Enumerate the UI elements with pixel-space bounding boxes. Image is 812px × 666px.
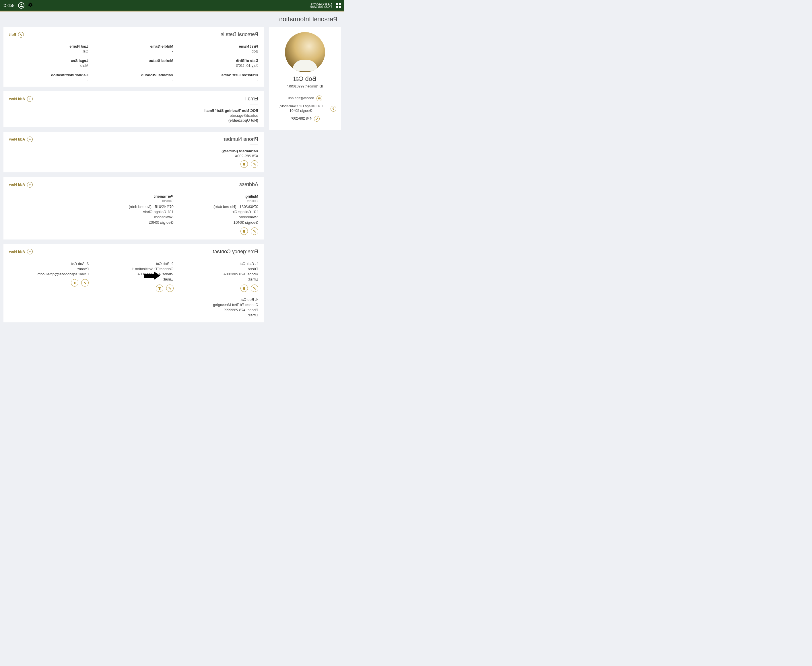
phone-type-label: Permanent (Primary) bbox=[9, 149, 258, 153]
personal-details-title: Personal Details bbox=[221, 31, 258, 38]
edit-ec-1-button[interactable] bbox=[166, 285, 173, 292]
profile-icon[interactable] bbox=[18, 2, 25, 8]
ec-name-3: 4. Bob Cat bbox=[179, 297, 258, 302]
middle-name-value: - bbox=[94, 49, 173, 53]
address-card: Address Add New Mailing Current 07/03/20… bbox=[3, 177, 264, 239]
address-type-0: Mailing bbox=[179, 194, 258, 198]
dob-label: Date of Birth bbox=[179, 59, 258, 63]
marital-value: - bbox=[94, 63, 173, 68]
address-title: Address bbox=[239, 181, 258, 188]
delete-address-0-button[interactable] bbox=[241, 227, 248, 235]
sidebar-id-number: ID Number: 999010997 bbox=[274, 84, 336, 88]
plus-icon bbox=[27, 182, 33, 188]
first-name-value: Bob bbox=[179, 49, 258, 53]
location-icon bbox=[330, 106, 336, 112]
phone-title: Phone Number bbox=[223, 136, 258, 142]
ec-email-1: Email: bbox=[94, 277, 173, 282]
svg-marker-0 bbox=[144, 271, 160, 280]
address-type-1: Permanent bbox=[94, 194, 173, 198]
page-title: Personal Information bbox=[0, 12, 344, 27]
add-emergency-button[interactable]: Add New bbox=[9, 249, 33, 254]
address-status-0: Current bbox=[179, 199, 258, 203]
ec-phone-0: Phone: 478 2892004 bbox=[179, 272, 258, 277]
address-l1-1: 131 College Circle bbox=[94, 209, 173, 214]
ec-email-2: Email: egscbobcat@gmail.com bbox=[9, 272, 89, 277]
mail-icon bbox=[317, 96, 322, 101]
gender-id-label: Gender Identification bbox=[9, 73, 88, 77]
delete-ec-0-button[interactable] bbox=[241, 285, 248, 292]
plus-icon bbox=[27, 137, 33, 142]
phone-value: 478 289-2004 bbox=[9, 154, 258, 158]
pref-first-value: - bbox=[179, 78, 258, 82]
first-name-label: First Name bbox=[179, 44, 258, 48]
ec-email-3: Email: bbox=[179, 313, 258, 318]
delete-ec-1-button[interactable] bbox=[156, 285, 163, 292]
phone-card: Phone Number Add New Permanent (Primary)… bbox=[3, 132, 264, 172]
address-l3-0: Georgia 30401 bbox=[179, 220, 258, 225]
marital-label: Marital Status bbox=[94, 59, 173, 63]
email-note: (Not Updateable) bbox=[9, 118, 258, 122]
plus-icon bbox=[27, 249, 33, 254]
last-name-label: Last Name bbox=[9, 44, 88, 48]
address-range-1: 07/14/2015 - (No end date) bbox=[94, 204, 173, 209]
top-user-name: Bob C bbox=[3, 3, 15, 8]
sidebar-phone-row: 478 289-2004 bbox=[274, 116, 336, 122]
delete-phone-button[interactable] bbox=[241, 160, 248, 168]
plus-icon bbox=[27, 96, 33, 102]
ec-phone-2: Phone: bbox=[9, 267, 89, 272]
college-logo: East Georgia STATE COLLEGE bbox=[310, 2, 332, 8]
edit-address-0-button[interactable] bbox=[251, 227, 258, 235]
ec-name-0: 1. Clair Cat bbox=[179, 261, 258, 267]
emergency-card: Emergency Contact Add New 1. Clair Cat F… bbox=[3, 244, 264, 323]
last-name-value: Cat bbox=[9, 49, 88, 53]
edit-ec-0-button[interactable] bbox=[251, 285, 258, 292]
sidebar-name: Bob Cat bbox=[274, 75, 336, 82]
dob-value: July 10, 1973 bbox=[179, 63, 258, 68]
email-title: Email bbox=[245, 96, 258, 102]
ec-rel-1: ConnectED Notification 1 bbox=[94, 267, 173, 272]
legal-sex-value: Male bbox=[9, 63, 88, 68]
ec-email-0: Email: bbox=[179, 277, 258, 282]
sidebar-address-row: 131 College Cir, Swainsboro, Georgia 304… bbox=[274, 104, 336, 113]
phone-icon bbox=[314, 116, 320, 122]
pronoun-label: Personal Pronoun bbox=[94, 73, 173, 77]
add-email-button[interactable]: Add New bbox=[9, 96, 33, 102]
ec-name-2: 3. Bob Cat bbox=[9, 261, 89, 267]
address-l3-1: Georgia 30401 bbox=[94, 220, 173, 225]
legal-sex-label: Legal Sex bbox=[9, 59, 88, 63]
gear-icon[interactable] bbox=[28, 2, 33, 8]
pref-first-label: Preferred First Name bbox=[179, 73, 258, 77]
avatar bbox=[285, 32, 325, 72]
pronoun-value: - bbox=[94, 78, 173, 82]
personal-details-card: Personal Details Edit First NameBob Midd… bbox=[3, 27, 264, 87]
address-l2-1: Swainsboro bbox=[94, 214, 173, 220]
gender-id-value: - bbox=[9, 78, 88, 82]
emergency-title: Emergency Contact bbox=[213, 249, 258, 255]
address-status-1: Current bbox=[94, 199, 173, 203]
arrow-marker-icon bbox=[144, 271, 160, 281]
ec-rel-0: Friend bbox=[179, 267, 258, 272]
middle-name-label: Middle Name bbox=[94, 44, 173, 48]
ec-rel-3: ConnectEd Text Messaging bbox=[179, 302, 258, 307]
profile-sidebar: Bob Cat ID Number: 999010997 bobcat@ega.… bbox=[269, 27, 341, 130]
email-value: bobcat@ega.edu bbox=[9, 113, 258, 118]
email-card: Email Add New EGC Non Teaching Staff Ema… bbox=[3, 91, 264, 127]
ec-phone-1: Phone: 478 289-2004 bbox=[94, 272, 173, 277]
edit-phone-button[interactable] bbox=[251, 160, 258, 168]
address-range-0: 07/03/2021 - (No end date) bbox=[179, 204, 258, 209]
edit-button[interactable]: Edit bbox=[9, 32, 24, 38]
edit-ec-2-button[interactable] bbox=[81, 279, 89, 287]
delete-ec-2-button[interactable] bbox=[71, 279, 78, 287]
top-bar: East Georgia STATE COLLEGE Bob C bbox=[0, 0, 344, 12]
address-l1-0: 131 College Cir bbox=[179, 209, 258, 214]
email-type-label: EGC Non Teaching Staff Email bbox=[9, 109, 258, 113]
add-phone-button[interactable]: Add New bbox=[9, 137, 33, 142]
ec-phone-3: Phone: 478 2999999 bbox=[179, 307, 258, 313]
apps-icon[interactable] bbox=[336, 3, 341, 8]
sidebar-email-row: bobcat@ega.edu bbox=[274, 96, 336, 101]
add-address-button[interactable]: Add New bbox=[9, 182, 33, 188]
address-l2-0: Swainsboro bbox=[179, 214, 258, 220]
pencil-icon bbox=[18, 32, 24, 38]
ec-name-1: 2. Bob Cat bbox=[94, 261, 173, 267]
